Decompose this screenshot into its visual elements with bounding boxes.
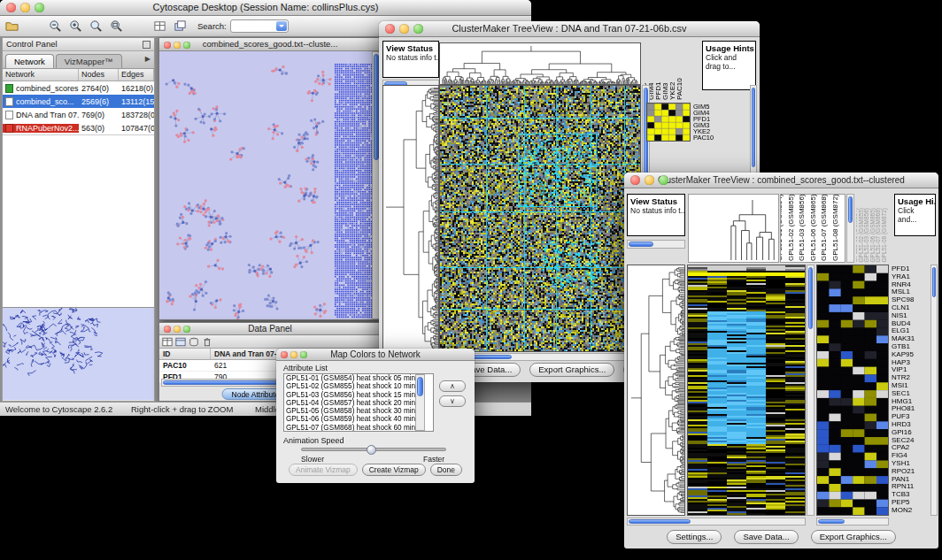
heatmap-hscroll[interactable] — [627, 518, 806, 525]
network-table-row[interactable]: DNA and Tran 07...769(0)183728(0) — [3, 108, 154, 121]
gene-label[interactable]: BUD4 — [892, 320, 930, 328]
zoom-button[interactable] — [183, 326, 190, 333]
attribute-list-item[interactable]: GPL51-01 (GSM854) heat shock 05 min — [284, 374, 433, 382]
minimize-button[interactable] — [174, 326, 181, 333]
toolbar-extra-button-1[interactable] — [151, 18, 168, 35]
network-table-row[interactable]: combined_sco...2569(6)13112(15) — [3, 95, 154, 108]
move-up-button[interactable]: ∧ — [439, 380, 466, 392]
network-table-row[interactable]: combined_scores2764(0)16218(0) — [3, 81, 154, 95]
heatmap-canvas[interactable] — [440, 86, 640, 351]
save-data-button[interactable]: Save Data... — [734, 530, 798, 544]
attribute-list-item[interactable]: GPL51-02 (GSM855) heat shock 10 min — [284, 382, 433, 390]
attribute-list-item[interactable]: GPL51-06 (GSM859) heat shock 40 min — [284, 415, 433, 423]
zoom-reset-button[interactable] — [87, 18, 104, 35]
heatmap-canvas[interactable] — [688, 265, 805, 515]
treeview-combined-titlebar[interactable]: ClusterMaker TreeView : combined_scores_… — [624, 173, 938, 188]
gene-label[interactable]: PEP5 — [892, 499, 930, 507]
gene-label[interactable]: YSH1 — [892, 460, 930, 468]
done-button[interactable]: Done — [430, 464, 462, 476]
zoom-heatmap-canvas[interactable] — [817, 265, 888, 515]
zoom-button[interactable] — [300, 351, 307, 358]
data-header-id[interactable]: ID — [159, 349, 211, 359]
header-nodes[interactable]: Nodes — [79, 69, 119, 81]
gene-label[interactable]: NTR2 — [892, 374, 930, 382]
zoom-column-label[interactable]: GPL51-08 (GSM872) — [881, 208, 887, 262]
column-label[interactable]: PAC10 — [676, 78, 683, 100]
minimize-button[interactable] — [290, 351, 297, 358]
gene-label[interactable]: YRA1 — [892, 273, 930, 281]
attribute-list-item[interactable]: GPL51-07 (GSM868) heat shock 60 min — [284, 424, 433, 432]
header-network[interactable]: Network — [3, 69, 79, 81]
tab-overflow-arrow[interactable]: ▶ — [145, 55, 151, 63]
row-dendrogram-canvas[interactable] — [628, 265, 684, 515]
move-down-button[interactable]: ∨ — [439, 395, 466, 407]
speed-slider-track[interactable] — [301, 448, 446, 451]
gene-label[interactable]: MON2 — [892, 507, 930, 515]
zoom-button[interactable] — [659, 175, 668, 185]
zoom-in-button[interactable] — [66, 18, 84, 35]
gene-label[interactable]: NIS1 — [892, 312, 930, 320]
gene-label[interactable]: RPN11 — [892, 483, 930, 491]
gene-label[interactable]: MSI1 — [892, 382, 930, 390]
gene-label[interactable]: HAP3 — [892, 359, 930, 367]
column-label[interactable]: GPL51-06 (GSM865) — [810, 194, 817, 261]
gene-label[interactable]: RPO21 — [892, 468, 930, 476]
gene-label[interactable]: SEC1 — [892, 390, 930, 398]
animate-vizmap-button[interactable]: Animate Vizmap — [289, 464, 358, 476]
column-labels-vscroll[interactable] — [846, 194, 854, 263]
attribute-list-item[interactable]: GPL51-04 (GSM857) heat shock 20 min — [284, 399, 433, 407]
gene-label[interactable]: PUF3 — [892, 413, 930, 421]
gene-label[interactable]: HRD3 — [892, 421, 930, 429]
gene-label[interactable]: CLN1 — [892, 304, 930, 312]
gene-label[interactable]: CPA2 — [892, 444, 930, 452]
close-button[interactable] — [164, 42, 171, 49]
gene-label[interactable]: GTB1 — [892, 343, 930, 351]
export-graphics-button[interactable]: Export Graphics... — [529, 363, 614, 377]
row-dendrogram-canvas[interactable] — [383, 86, 438, 351]
gene-label[interactable]: FIG4 — [892, 452, 930, 460]
toolbar-extra-button-2[interactable] — [171, 18, 189, 35]
minimize-button[interactable] — [174, 42, 181, 49]
network-canvas[interactable] — [159, 51, 372, 319]
gene-labels-vscroll[interactable] — [930, 265, 938, 516]
minimize-button[interactable] — [399, 24, 409, 34]
settings-button[interactable]: Settings... — [667, 530, 722, 544]
attribute-list[interactable]: GPL51-01 (GSM854) heat shock 05 minGPL51… — [283, 373, 434, 432]
tab-vizmapper[interactable]: VizMapper™ — [56, 54, 122, 68]
network-view-titlebar[interactable]: combined_scores_good.txt--cluste... — [159, 38, 381, 51]
export-graphics-button[interactable]: Export Graphics... — [811, 530, 896, 544]
column-label[interactable]: GPL51-02 (GSM855) — [788, 194, 795, 261]
gene-label[interactable]: HMG1 — [892, 398, 930, 406]
heatmap-vscroll[interactable] — [807, 265, 815, 516]
close-button[interactable] — [6, 3, 16, 12]
column-label[interactable]: GPL51-03 (GSM856) — [799, 194, 806, 261]
gene-label[interactable]: PAN1 — [892, 476, 930, 484]
select-attributes-icon[interactable] — [175, 337, 186, 347]
attribute-list-item[interactable]: GPL51-03 (GSM856) heat shock 15 min — [284, 391, 433, 399]
column-label[interactable]: GPL51-01 (GSM854) — [780, 194, 784, 261]
gene-label[interactable]: ELG1 — [892, 327, 930, 335]
gene-label[interactable]: VIP1 — [892, 366, 930, 374]
gene-label[interactable]: RNR4 — [892, 281, 930, 289]
close-button[interactable] — [164, 326, 171, 333]
zoom-fit-button[interactable] — [107, 18, 125, 35]
speed-slider-thumb[interactable] — [367, 445, 376, 455]
minimize-button[interactable] — [645, 175, 654, 185]
header-edges[interactable]: Edges — [119, 69, 154, 81]
column-label[interactable]: GPL51-08 (GSM872) — [832, 194, 839, 261]
zoom-button[interactable] — [413, 24, 423, 34]
combo-arrow-icon[interactable] — [276, 21, 287, 31]
zoom-button[interactable] — [35, 3, 44, 12]
float-panel-icon[interactable] — [143, 41, 151, 49]
gene-label[interactable]: TCB3 — [892, 491, 930, 499]
network-overview-canvas[interactable] — [3, 308, 154, 400]
gene-label[interactable]: PFD1 — [892, 265, 930, 273]
gene-label[interactable]: MAK31 — [892, 335, 930, 343]
gene-label[interactable]: KAP95 — [892, 351, 930, 359]
minimize-button[interactable] — [20, 3, 30, 12]
gene-label[interactable]: SPC98 — [892, 296, 930, 304]
gene-label[interactable]: PHO81 — [892, 405, 930, 413]
column-label[interactable]: GPL51-07 (GSM868) — [821, 194, 828, 261]
data-panel-titlebar[interactable]: Data Panel — [159, 323, 381, 335]
tab-network[interactable]: Network — [5, 54, 54, 68]
